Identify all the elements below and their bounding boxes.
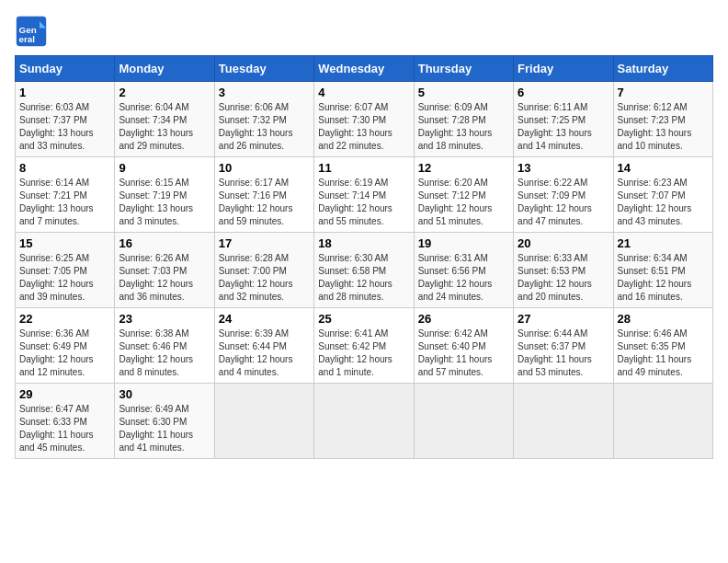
weekday-friday: Friday [514, 56, 613, 82]
day-number: 21 [618, 236, 709, 250]
day-info: Sunrise: 6:15 AM Sunset: 7:19 PM Dayligh… [119, 177, 210, 228]
day-info: Sunrise: 6:31 AM Sunset: 6:56 PM Dayligh… [418, 252, 509, 304]
day-info: Sunrise: 6:46 AM Sunset: 6:35 PM Dayligh… [618, 327, 709, 379]
day-info: Sunrise: 6:26 AM Sunset: 7:03 PM Dayligh… [119, 252, 210, 304]
day-number: 3 [219, 86, 310, 99]
day-info: Sunrise: 6:19 AM Sunset: 7:14 PM Dayligh… [318, 177, 409, 228]
day-cell: 5Sunrise: 6:09 AM Sunset: 7:28 PM Daylig… [414, 82, 513, 157]
day-cell [514, 384, 613, 459]
calendar-table: SundayMondayTuesdayWednesdayThursdayFrid… [15, 55, 713, 459]
day-cell: 14Sunrise: 6:23 AM Sunset: 7:07 PM Dayli… [613, 157, 712, 233]
svg-text:eral: eral [19, 34, 36, 44]
day-cell: 26Sunrise: 6:42 AM Sunset: 6:40 PM Dayli… [414, 308, 513, 384]
day-info: Sunrise: 6:12 AM Sunset: 7:23 PM Dayligh… [618, 101, 709, 153]
day-cell: 24Sunrise: 6:39 AM Sunset: 6:44 PM Dayli… [214, 308, 313, 384]
day-cell: 21Sunrise: 6:34 AM Sunset: 6:51 PM Dayli… [613, 233, 712, 308]
day-number: 17 [219, 236, 310, 250]
day-number: 27 [518, 312, 609, 326]
weekday-sunday: Sunday [16, 56, 115, 82]
day-info: Sunrise: 6:25 AM Sunset: 7:05 PM Dayligh… [19, 252, 110, 304]
day-info: Sunrise: 6:09 AM Sunset: 7:28 PM Dayligh… [418, 101, 509, 153]
logo-icon: Gen eral [15, 15, 48, 48]
day-number: 23 [119, 312, 210, 326]
day-cell: 7Sunrise: 6:12 AM Sunset: 7:23 PM Daylig… [613, 82, 712, 157]
day-info: Sunrise: 6:49 AM Sunset: 6:30 PM Dayligh… [119, 403, 210, 454]
day-cell: 4Sunrise: 6:07 AM Sunset: 7:30 PM Daylig… [314, 82, 414, 157]
weekday-saturday: Saturday [613, 56, 712, 82]
day-info: Sunrise: 6:39 AM Sunset: 6:44 PM Dayligh… [219, 327, 310, 379]
day-info: Sunrise: 6:03 AM Sunset: 7:37 PM Dayligh… [19, 101, 110, 153]
day-info: Sunrise: 6:17 AM Sunset: 7:16 PM Dayligh… [219, 177, 310, 228]
week-row-5: 29Sunrise: 6:47 AM Sunset: 6:33 PM Dayli… [16, 384, 713, 459]
weekday-monday: Monday [115, 56, 214, 82]
week-row-3: 15Sunrise: 6:25 AM Sunset: 7:05 PM Dayli… [16, 233, 713, 308]
day-cell: 12Sunrise: 6:20 AM Sunset: 7:12 PM Dayli… [414, 157, 513, 233]
day-info: Sunrise: 6:07 AM Sunset: 7:30 PM Dayligh… [318, 101, 409, 153]
day-number: 9 [119, 161, 210, 175]
day-cell [314, 384, 414, 459]
day-number: 30 [119, 387, 210, 401]
day-number: 18 [318, 236, 409, 250]
day-number: 12 [418, 161, 509, 175]
day-cell: 19Sunrise: 6:31 AM Sunset: 6:56 PM Dayli… [414, 233, 513, 308]
day-info: Sunrise: 6:41 AM Sunset: 6:42 PM Dayligh… [318, 327, 409, 379]
day-info: Sunrise: 6:22 AM Sunset: 7:09 PM Dayligh… [518, 177, 609, 228]
day-cell: 3Sunrise: 6:06 AM Sunset: 7:32 PM Daylig… [214, 82, 313, 157]
weekday-thursday: Thursday [414, 56, 513, 82]
day-cell: 13Sunrise: 6:22 AM Sunset: 7:09 PM Dayli… [514, 157, 613, 233]
day-info: Sunrise: 6:06 AM Sunset: 7:32 PM Dayligh… [219, 101, 310, 153]
day-cell: 29Sunrise: 6:47 AM Sunset: 6:33 PM Dayli… [16, 384, 115, 459]
day-cell: 27Sunrise: 6:44 AM Sunset: 6:37 PM Dayli… [514, 308, 613, 384]
day-cell: 25Sunrise: 6:41 AM Sunset: 6:42 PM Dayli… [314, 308, 414, 384]
day-number: 28 [618, 312, 709, 326]
day-number: 26 [418, 312, 509, 326]
day-info: Sunrise: 6:23 AM Sunset: 7:07 PM Dayligh… [618, 177, 709, 228]
day-number: 14 [618, 161, 709, 175]
day-cell [214, 384, 313, 459]
day-info: Sunrise: 6:20 AM Sunset: 7:12 PM Dayligh… [418, 177, 509, 228]
day-cell [414, 384, 513, 459]
day-cell: 9Sunrise: 6:15 AM Sunset: 7:19 PM Daylig… [115, 157, 214, 233]
day-number: 13 [518, 161, 609, 175]
day-cell: 23Sunrise: 6:38 AM Sunset: 6:46 PM Dayli… [115, 308, 214, 384]
day-cell: 2Sunrise: 6:04 AM Sunset: 7:34 PM Daylig… [115, 82, 214, 157]
week-row-4: 22Sunrise: 6:36 AM Sunset: 6:49 PM Dayli… [16, 308, 713, 384]
day-cell: 8Sunrise: 6:14 AM Sunset: 7:21 PM Daylig… [16, 157, 115, 233]
calendar-body: 1Sunrise: 6:03 AM Sunset: 7:37 PM Daylig… [16, 82, 713, 459]
day-number: 2 [119, 86, 210, 99]
day-number: 22 [19, 312, 110, 326]
day-info: Sunrise: 6:04 AM Sunset: 7:34 PM Dayligh… [119, 101, 210, 153]
day-cell: 15Sunrise: 6:25 AM Sunset: 7:05 PM Dayli… [16, 233, 115, 308]
day-cell: 16Sunrise: 6:26 AM Sunset: 7:03 PM Dayli… [115, 233, 214, 308]
day-info: Sunrise: 6:14 AM Sunset: 7:21 PM Dayligh… [19, 177, 110, 228]
day-info: Sunrise: 6:44 AM Sunset: 6:37 PM Dayligh… [518, 327, 609, 379]
day-info: Sunrise: 6:33 AM Sunset: 6:53 PM Dayligh… [518, 252, 609, 304]
day-info: Sunrise: 6:47 AM Sunset: 6:33 PM Dayligh… [19, 403, 110, 454]
day-number: 7 [618, 86, 709, 99]
day-info: Sunrise: 6:42 AM Sunset: 6:40 PM Dayligh… [418, 327, 509, 379]
day-number: 11 [318, 161, 409, 175]
week-row-1: 1Sunrise: 6:03 AM Sunset: 7:37 PM Daylig… [16, 82, 713, 157]
day-info: Sunrise: 6:38 AM Sunset: 6:46 PM Dayligh… [119, 327, 210, 379]
day-cell: 17Sunrise: 6:28 AM Sunset: 7:00 PM Dayli… [214, 233, 313, 308]
day-number: 1 [19, 86, 110, 99]
day-cell: 6Sunrise: 6:11 AM Sunset: 7:25 PM Daylig… [514, 82, 613, 157]
day-number: 19 [418, 236, 509, 250]
day-number: 29 [19, 387, 110, 401]
day-number: 16 [119, 236, 210, 250]
day-cell: 30Sunrise: 6:49 AM Sunset: 6:30 PM Dayli… [115, 384, 214, 459]
day-cell [613, 384, 712, 459]
day-number: 6 [518, 86, 609, 99]
day-number: 20 [518, 236, 609, 250]
day-info: Sunrise: 6:36 AM Sunset: 6:49 PM Dayligh… [19, 327, 110, 379]
weekday-header-row: SundayMondayTuesdayWednesdayThursdayFrid… [16, 56, 713, 82]
day-number: 4 [318, 86, 409, 99]
weekday-tuesday: Tuesday [214, 56, 313, 82]
calendar-header: SundayMondayTuesdayWednesdayThursdayFrid… [16, 56, 713, 82]
logo: Gen eral [15, 15, 50, 48]
day-number: 8 [19, 161, 110, 175]
page-header: Gen eral [15, 15, 713, 48]
weekday-wednesday: Wednesday [314, 56, 414, 82]
day-cell: 20Sunrise: 6:33 AM Sunset: 6:53 PM Dayli… [514, 233, 613, 308]
day-number: 24 [219, 312, 310, 326]
